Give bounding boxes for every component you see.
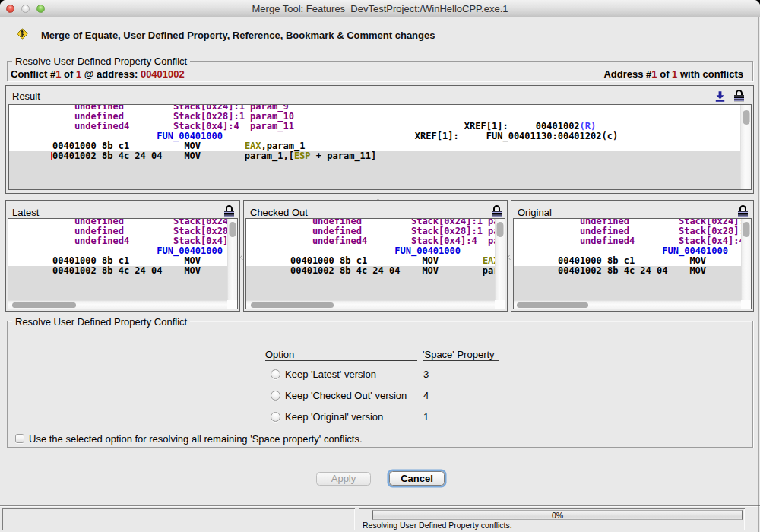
checked-out-vertical-scrollbar[interactable] bbox=[495, 219, 505, 300]
lock-icon[interactable] bbox=[737, 204, 749, 217]
checked-out-listing[interactable]: undefined Stack[0x24]:1 param_9 undefine… bbox=[246, 219, 495, 300]
checked-out-listing-scrollpane: undefined Stack[0x24]:1 param_9 undefine… bbox=[245, 218, 505, 309]
latest-horizontal-scrollbar[interactable] bbox=[8, 300, 227, 309]
original-listing-scrollpane: undefined Stack[0x24]:1 param_9 undefine… bbox=[513, 218, 752, 309]
use-for-all-checkbox[interactable] bbox=[15, 434, 24, 443]
latest-panel: Latest undefined Stack[0x24]:1 param_9 u… bbox=[5, 200, 240, 312]
lock-icon[interactable] bbox=[223, 204, 235, 217]
result-panel: Result undefined Stack[0x24]:1 param_9 u… bbox=[5, 85, 754, 194]
address-counter-text: Address #1 of 1 with conflicts bbox=[603, 68, 743, 80]
radio-keep-original[interactable] bbox=[271, 412, 280, 422]
lock-icon[interactable] bbox=[733, 89, 745, 102]
statusbar-left-cell bbox=[2, 508, 355, 530]
latest-vertical-scrollbar[interactable] bbox=[227, 219, 237, 300]
original-property-value: 1 bbox=[423, 411, 429, 423]
checked-out-horizontal-scrollbar-thumb[interactable] bbox=[251, 302, 334, 308]
latest-property-value: 3 bbox=[423, 369, 429, 380]
merge-progress-bar: 0% bbox=[372, 510, 743, 520]
original-listing[interactable]: undefined Stack[0x24]:1 param_9 undefine… bbox=[514, 219, 741, 300]
conflict-info-group-title: Resolve User Defined Property Conflict bbox=[12, 55, 190, 67]
original-horizontal-scrollbar-thumb[interactable] bbox=[517, 302, 588, 308]
result-listing[interactable]: undefined Stack[0x24]:1 param_9 undefine… bbox=[9, 105, 740, 189]
original-panel: Original undefined Stack[0x24]:1 param_9… bbox=[511, 200, 754, 312]
conflict-counter-text: Conflict #1 of 1 @ address: 00401002 bbox=[11, 68, 185, 80]
resolve-options-group-title: Resolve User Defined Property Conflict bbox=[12, 316, 190, 328]
resolve-options-group: Resolve User Defined Property Conflict bbox=[7, 321, 753, 448]
result-listing-scrollpane: undefined Stack[0x24]:1 param_9 undefine… bbox=[8, 104, 752, 190]
space-property-column-header: 'Space' Property bbox=[423, 349, 499, 361]
original-vertical-scrollbar-thumb[interactable] bbox=[743, 222, 750, 237]
window-titlebar[interactable]: Merge Tool: Features_DevTestProject:/Win… bbox=[0, 0, 760, 17]
merge-sign-icon bbox=[16, 27, 29, 40]
radio-keep-latest-label[interactable]: Keep 'Latest' version bbox=[285, 369, 376, 380]
radio-keep-checked-out[interactable] bbox=[271, 391, 280, 401]
checked-out-panel-title: Checked Out bbox=[250, 207, 308, 218]
checked-out-horizontal-scrollbar[interactable] bbox=[246, 300, 495, 309]
window-right-edge bbox=[758, 17, 759, 532]
go-to-bottom-icon[interactable] bbox=[714, 90, 727, 103]
use-for-all-checkbox-label[interactable]: Use the selected option for resolving al… bbox=[29, 433, 363, 445]
merge-tool-window: Merge Tool: Features_DevTestProject:/Win… bbox=[0, 0, 760, 532]
original-panel-title: Original bbox=[518, 207, 552, 218]
original-vertical-scrollbar[interactable] bbox=[741, 219, 751, 300]
radio-keep-latest[interactable] bbox=[271, 369, 280, 379]
latest-panel-title: Latest bbox=[12, 207, 39, 218]
scrollbar-corner bbox=[227, 300, 237, 309]
option-column-header: Option bbox=[265, 349, 417, 361]
statusbar-right-cell: 0% Resolving User Defined Property confl… bbox=[359, 508, 745, 530]
latest-vertical-scrollbar-thumb[interactable] bbox=[230, 222, 236, 237]
radio-keep-original-label[interactable]: Keep 'Original' version bbox=[285, 411, 383, 423]
checked-out-property-value: 4 bbox=[423, 390, 429, 401]
scrollbar-corner bbox=[495, 300, 505, 309]
merge-phase-header: Merge of Equate, User Defined Property, … bbox=[41, 30, 435, 41]
apply-button[interactable]: Apply bbox=[316, 472, 371, 486]
scrollbar-corner bbox=[741, 300, 751, 309]
radio-keep-checked-out-label[interactable]: Keep 'Checked Out' version bbox=[285, 390, 407, 401]
statusbar-message: Resolving User Defined Property conflict… bbox=[363, 521, 512, 530]
result-vertical-scrollbar-thumb[interactable] bbox=[743, 110, 749, 125]
statusbar-divider bbox=[0, 505, 760, 507]
window-title: Merge Tool: Features_DevTestProject:/Win… bbox=[0, 3, 760, 14]
lock-icon[interactable] bbox=[491, 204, 502, 217]
latest-horizontal-scrollbar-thumb[interactable] bbox=[12, 302, 76, 308]
checked-out-vertical-scrollbar-thumb[interactable] bbox=[497, 222, 504, 237]
latest-listing-scrollpane: undefined Stack[0x24]:1 param_9 undefine… bbox=[8, 218, 238, 309]
original-horizontal-scrollbar[interactable] bbox=[514, 300, 741, 309]
latest-listing[interactable]: undefined Stack[0x24]:1 param_9 undefine… bbox=[8, 219, 227, 300]
result-vertical-scrollbar[interactable] bbox=[740, 105, 751, 189]
result-panel-title: Result bbox=[12, 90, 40, 102]
cancel-button[interactable]: Cancel bbox=[389, 471, 445, 486]
checked-out-panel: Checked Out undefined Stack[0x24]:1 para… bbox=[243, 200, 508, 312]
